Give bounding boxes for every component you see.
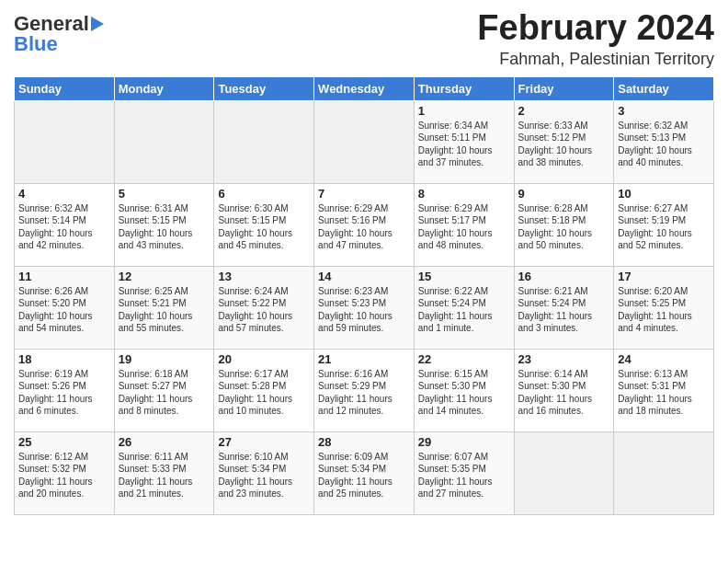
cell-content: Sunrise: 6:25 AM Sunset: 5:21 PM Dayligh… bbox=[119, 285, 210, 335]
day-number: 10 bbox=[618, 187, 710, 201]
calendar-cell bbox=[114, 100, 214, 183]
calendar-cell: 21Sunrise: 6:16 AM Sunset: 5:29 PM Dayli… bbox=[314, 349, 415, 431]
calendar-cell: 7Sunrise: 6:29 AM Sunset: 5:16 PM Daylig… bbox=[314, 183, 415, 266]
day-number: 16 bbox=[518, 270, 610, 283]
cell-content: Sunrise: 6:32 AM Sunset: 5:13 PM Dayligh… bbox=[618, 120, 710, 169]
logo-blue-text: Blue bbox=[14, 34, 58, 54]
location-title: Fahmah, Palestinian Territory bbox=[477, 50, 714, 69]
cell-content: Sunrise: 6:19 AM Sunset: 5:26 PM Dayligh… bbox=[18, 368, 110, 418]
calendar-cell: 11Sunrise: 6:26 AM Sunset: 5:20 PM Dayli… bbox=[15, 266, 115, 349]
calendar-cell: 25Sunrise: 6:12 AM Sunset: 5:32 PM Dayli… bbox=[15, 431, 115, 514]
calendar-body: 1Sunrise: 6:34 AM Sunset: 5:11 PM Daylig… bbox=[15, 100, 714, 514]
logo: General Blue bbox=[14, 14, 104, 54]
day-number: 29 bbox=[418, 435, 510, 449]
calendar-cell bbox=[15, 100, 115, 183]
cell-content: Sunrise: 6:20 AM Sunset: 5:25 PM Dayligh… bbox=[618, 285, 710, 335]
cell-content: Sunrise: 6:18 AM Sunset: 5:27 PM Dayligh… bbox=[119, 368, 210, 418]
logo-arrow-icon bbox=[91, 17, 104, 31]
calendar-cell: 14Sunrise: 6:23 AM Sunset: 5:23 PM Dayli… bbox=[314, 266, 415, 349]
calendar-cell: 20Sunrise: 6:17 AM Sunset: 5:28 PM Dayli… bbox=[214, 349, 314, 431]
calendar-cell: 12Sunrise: 6:25 AM Sunset: 5:21 PM Dayli… bbox=[114, 266, 214, 349]
cell-content: Sunrise: 6:27 AM Sunset: 5:19 PM Dayligh… bbox=[618, 202, 710, 252]
calendar-cell: 4Sunrise: 6:32 AM Sunset: 5:14 PM Daylig… bbox=[15, 183, 115, 266]
day-number: 2 bbox=[518, 104, 610, 118]
calendar-cell: 8Sunrise: 6:29 AM Sunset: 5:17 PM Daylig… bbox=[414, 183, 514, 266]
day-number: 23 bbox=[518, 352, 610, 366]
cell-content: Sunrise: 6:12 AM Sunset: 5:32 PM Dayligh… bbox=[18, 451, 110, 500]
day-number: 4 bbox=[18, 187, 110, 201]
calendar-header-row: SundayMondayTuesdayWednesdayThursdayFrid… bbox=[15, 76, 714, 100]
calendar-cell: 29Sunrise: 6:07 AM Sunset: 5:35 PM Dayli… bbox=[414, 431, 514, 514]
day-number: 13 bbox=[218, 270, 310, 283]
calendar-week-row: 25Sunrise: 6:12 AM Sunset: 5:32 PM Dayli… bbox=[15, 431, 714, 514]
day-number: 19 bbox=[119, 352, 210, 366]
cell-content: Sunrise: 6:10 AM Sunset: 5:34 PM Dayligh… bbox=[218, 451, 310, 500]
cell-content: Sunrise: 6:21 AM Sunset: 5:24 PM Dayligh… bbox=[518, 285, 610, 335]
calendar-cell: 3Sunrise: 6:32 AM Sunset: 5:13 PM Daylig… bbox=[614, 100, 714, 183]
cell-content: Sunrise: 6:34 AM Sunset: 5:11 PM Dayligh… bbox=[418, 120, 510, 169]
cell-content: Sunrise: 6:22 AM Sunset: 5:24 PM Dayligh… bbox=[418, 285, 510, 335]
day-header-friday: Friday bbox=[514, 76, 614, 100]
cell-content: Sunrise: 6:28 AM Sunset: 5:18 PM Dayligh… bbox=[518, 202, 610, 252]
calendar-cell: 16Sunrise: 6:21 AM Sunset: 5:24 PM Dayli… bbox=[514, 266, 614, 349]
cell-content: Sunrise: 6:15 AM Sunset: 5:30 PM Dayligh… bbox=[418, 368, 510, 418]
day-number: 7 bbox=[318, 187, 410, 201]
cell-content: Sunrise: 6:32 AM Sunset: 5:14 PM Dayligh… bbox=[18, 202, 110, 252]
cell-content: Sunrise: 6:07 AM Sunset: 5:35 PM Dayligh… bbox=[418, 451, 510, 500]
calendar-cell: 13Sunrise: 6:24 AM Sunset: 5:22 PM Dayli… bbox=[214, 266, 314, 349]
day-header-saturday: Saturday bbox=[614, 76, 714, 100]
day-number: 24 bbox=[618, 352, 710, 366]
cell-content: Sunrise: 6:17 AM Sunset: 5:28 PM Dayligh… bbox=[218, 368, 310, 418]
calendar-week-row: 11Sunrise: 6:26 AM Sunset: 5:20 PM Dayli… bbox=[15, 266, 714, 349]
day-number: 5 bbox=[119, 187, 210, 201]
page-header: General Blue February 2024 Fahmah, Pales… bbox=[14, 9, 714, 69]
day-number: 15 bbox=[418, 270, 510, 283]
calendar-cell bbox=[314, 100, 415, 183]
day-number: 27 bbox=[218, 435, 310, 449]
cell-content: Sunrise: 6:09 AM Sunset: 5:34 PM Dayligh… bbox=[318, 451, 410, 500]
calendar-cell bbox=[614, 431, 714, 514]
day-number: 26 bbox=[119, 435, 210, 449]
day-header-sunday: Sunday bbox=[15, 76, 115, 100]
calendar-table: SundayMondayTuesdayWednesdayThursdayFrid… bbox=[14, 76, 714, 515]
day-number: 12 bbox=[119, 270, 210, 283]
day-number: 20 bbox=[218, 352, 310, 366]
calendar-cell: 17Sunrise: 6:20 AM Sunset: 5:25 PM Dayli… bbox=[614, 266, 714, 349]
calendar-cell bbox=[214, 100, 314, 183]
calendar-cell: 10Sunrise: 6:27 AM Sunset: 5:19 PM Dayli… bbox=[614, 183, 714, 266]
calendar-cell: 15Sunrise: 6:22 AM Sunset: 5:24 PM Dayli… bbox=[414, 266, 514, 349]
day-number: 28 bbox=[318, 435, 410, 449]
cell-content: Sunrise: 6:31 AM Sunset: 5:15 PM Dayligh… bbox=[119, 202, 210, 252]
calendar-cell: 5Sunrise: 6:31 AM Sunset: 5:15 PM Daylig… bbox=[114, 183, 214, 266]
day-number: 1 bbox=[418, 104, 510, 118]
calendar-cell: 26Sunrise: 6:11 AM Sunset: 5:33 PM Dayli… bbox=[114, 431, 214, 514]
calendar-cell: 28Sunrise: 6:09 AM Sunset: 5:34 PM Dayli… bbox=[314, 431, 415, 514]
cell-content: Sunrise: 6:24 AM Sunset: 5:22 PM Dayligh… bbox=[218, 285, 310, 335]
day-number: 22 bbox=[418, 352, 510, 366]
day-number: 6 bbox=[218, 187, 310, 201]
day-number: 14 bbox=[318, 270, 410, 283]
cell-content: Sunrise: 6:14 AM Sunset: 5:30 PM Dayligh… bbox=[518, 368, 610, 418]
calendar-cell bbox=[514, 431, 614, 514]
calendar-cell: 22Sunrise: 6:15 AM Sunset: 5:30 PM Dayli… bbox=[414, 349, 514, 431]
calendar-week-row: 4Sunrise: 6:32 AM Sunset: 5:14 PM Daylig… bbox=[15, 183, 714, 266]
day-number: 11 bbox=[18, 270, 110, 283]
cell-content: Sunrise: 6:11 AM Sunset: 5:33 PM Dayligh… bbox=[119, 451, 210, 500]
title-block: February 2024 Fahmah, Palestinian Territ… bbox=[477, 9, 714, 69]
month-title: February 2024 bbox=[477, 9, 714, 48]
calendar-cell: 27Sunrise: 6:10 AM Sunset: 5:34 PM Dayli… bbox=[214, 431, 314, 514]
calendar-cell: 18Sunrise: 6:19 AM Sunset: 5:26 PM Dayli… bbox=[15, 349, 115, 431]
day-number: 18 bbox=[18, 352, 110, 366]
cell-content: Sunrise: 6:29 AM Sunset: 5:17 PM Dayligh… bbox=[418, 202, 510, 252]
calendar-cell: 24Sunrise: 6:13 AM Sunset: 5:31 PM Dayli… bbox=[614, 349, 714, 431]
cell-content: Sunrise: 6:33 AM Sunset: 5:12 PM Dayligh… bbox=[518, 120, 610, 169]
calendar-cell: 9Sunrise: 6:28 AM Sunset: 5:18 PM Daylig… bbox=[514, 183, 614, 266]
day-number: 21 bbox=[318, 352, 410, 366]
calendar-week-row: 1Sunrise: 6:34 AM Sunset: 5:11 PM Daylig… bbox=[15, 100, 714, 183]
day-header-tuesday: Tuesday bbox=[214, 76, 314, 100]
cell-content: Sunrise: 6:29 AM Sunset: 5:16 PM Dayligh… bbox=[318, 202, 410, 252]
calendar-week-row: 18Sunrise: 6:19 AM Sunset: 5:26 PM Dayli… bbox=[15, 349, 714, 431]
cell-content: Sunrise: 6:13 AM Sunset: 5:31 PM Dayligh… bbox=[618, 368, 710, 418]
day-header-wednesday: Wednesday bbox=[314, 76, 415, 100]
day-number: 25 bbox=[18, 435, 110, 449]
